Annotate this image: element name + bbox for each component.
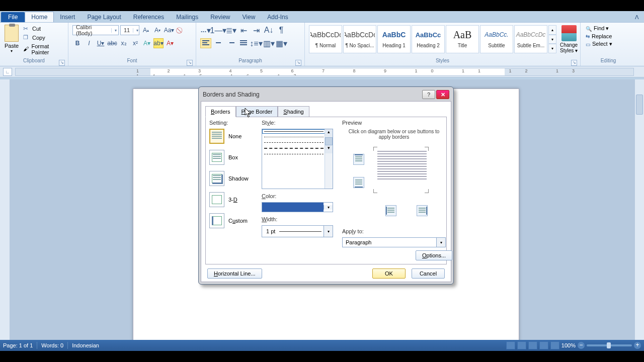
clipboard-launcher[interactable]: ↘: [59, 60, 65, 66]
font-name-combo[interactable]: Calibri (Body)▾: [72, 25, 119, 35]
status-words[interactable]: Words: 0: [41, 342, 63, 348]
copy-button[interactable]: Copy: [22, 34, 65, 42]
horizontal-line-button[interactable]: Horizontal Line...: [207, 268, 262, 279]
style-dotted[interactable]: [264, 137, 324, 137]
bold-button[interactable]: B: [72, 38, 83, 48]
multilevel-button[interactable]: ≣▾: [225, 25, 236, 35]
options-button[interactable]: Options...: [416, 250, 452, 260]
underline-button[interactable]: U▾: [96, 38, 106, 48]
style-nospacing[interactable]: AaBbCcDc¶ No Spaci...: [343, 25, 376, 53]
change-styles-button[interactable]: Change Styles ▾: [558, 24, 579, 55]
grow-font-button[interactable]: A▴: [141, 25, 151, 35]
style-heading2[interactable]: AaBbCcHeading 2: [412, 25, 445, 53]
align-right-button[interactable]: [225, 38, 236, 48]
zoom-in-button[interactable]: +: [634, 342, 641, 349]
setting-3d[interactable]: 3-D: [209, 192, 258, 207]
color-combo[interactable]: ▾: [262, 202, 333, 212]
style-title[interactable]: AaBTitle: [446, 25, 479, 53]
width-combo[interactable]: 1 pt ▾: [262, 225, 333, 237]
styles-launcher[interactable]: ↘: [571, 60, 577, 66]
border-left-button[interactable]: [385, 205, 396, 216]
justify-button[interactable]: [238, 38, 249, 48]
italic-button[interactable]: I: [84, 38, 94, 48]
border-right-button[interactable]: [417, 205, 428, 216]
font-launcher[interactable]: ↘: [187, 60, 193, 66]
paragraph-launcher[interactable]: ↘: [295, 60, 301, 66]
highlight-button[interactable]: ab▾: [153, 38, 164, 48]
setting-custom[interactable]: Custom: [209, 213, 258, 228]
increase-indent-button[interactable]: ⇥: [251, 25, 262, 35]
font-size-combo[interactable]: 11▾: [120, 25, 139, 35]
preview-diagram[interactable]: [353, 145, 439, 200]
dialog-help-button[interactable]: ?: [422, 90, 435, 99]
setting-shadow[interactable]: Shadow: [209, 171, 258, 186]
shading-button[interactable]: ▥▾: [263, 38, 274, 48]
style-subtle-em[interactable]: AaBbCcDcSubtle Em...: [514, 25, 547, 53]
status-language[interactable]: Indonesian: [72, 342, 99, 348]
change-case-button[interactable]: Aa▾: [164, 25, 174, 35]
tab-selector[interactable]: ∟: [3, 68, 12, 76]
status-page[interactable]: Page: 1 of 1: [3, 342, 33, 348]
format-painter-button[interactable]: Format Painter: [22, 43, 65, 56]
line-spacing-button[interactable]: ↕≡▾: [251, 38, 262, 48]
subscript-button[interactable]: x₂: [119, 38, 129, 48]
dialog-tab-shading[interactable]: Shading: [278, 106, 309, 117]
view-outline[interactable]: [539, 341, 548, 349]
font-color-button[interactable]: A▾: [165, 38, 175, 48]
apply-to-combo[interactable]: Paragraph ▾: [342, 237, 446, 247]
file-tab[interactable]: File: [1, 12, 25, 22]
style-subtitle[interactable]: AaBbCc.Subtitle: [480, 25, 513, 53]
tab-references[interactable]: References: [127, 12, 170, 22]
styles-scroll[interactable]: ▴▾▾: [548, 25, 556, 53]
dialog-titlebar[interactable]: Borders and Shading ? ✕: [201, 89, 451, 100]
align-left-button[interactable]: [200, 38, 211, 48]
cut-button[interactable]: Cut: [22, 25, 65, 33]
ribbon-minimize-icon[interactable]: ᐱ: [630, 13, 644, 22]
replace-button[interactable]: Replace: [586, 33, 612, 39]
dialog-tab-page-border[interactable]: Page Border: [236, 106, 278, 117]
tab-mailings[interactable]: Mailings: [170, 12, 204, 22]
tab-insert[interactable]: Insert: [54, 12, 81, 22]
view-print-layout[interactable]: [506, 341, 515, 349]
view-full-screen[interactable]: [517, 341, 526, 349]
tab-home[interactable]: Home: [25, 12, 54, 22]
setting-box[interactable]: Box: [209, 150, 258, 165]
show-marks-button[interactable]: ¶: [276, 25, 287, 35]
shrink-font-button[interactable]: A▾: [152, 25, 163, 35]
ok-button[interactable]: OK: [372, 268, 406, 279]
borders-button[interactable]: ▦▾: [276, 38, 287, 48]
vertical-scrollbar[interactable]: [635, 79, 644, 340]
view-web-layout[interactable]: [528, 341, 537, 349]
style-heading1[interactable]: AaBbCHeading 1: [377, 25, 411, 53]
numbering-button[interactable]: 1―▾: [213, 25, 224, 35]
tab-view[interactable]: View: [236, 12, 262, 22]
find-button[interactable]: Find ▾: [586, 25, 612, 32]
dialog-close-button[interactable]: ✕: [436, 90, 449, 99]
border-top-button[interactable]: [353, 154, 364, 165]
style-dash-dot[interactable]: [264, 154, 324, 154]
style-dashed-s[interactable]: [264, 142, 324, 143]
vertical-ruler[interactable]: [0, 79, 10, 340]
zoom-level[interactable]: 100%: [561, 342, 576, 348]
tab-addins[interactable]: Add-Ins: [261, 12, 294, 22]
decrease-indent-button[interactable]: ⇤: [238, 25, 249, 35]
select-button[interactable]: Select ▾: [586, 41, 612, 47]
tab-page-layout[interactable]: Page Layout: [81, 12, 127, 22]
dialog-tab-borders[interactable]: Borders: [205, 106, 236, 117]
strike-button[interactable]: abc: [107, 38, 117, 48]
style-listbox[interactable]: ▴▾: [262, 129, 333, 189]
style-normal[interactable]: AaBbCcDc¶ Normal: [309, 25, 342, 53]
align-center-button[interactable]: [213, 38, 224, 48]
cancel-button[interactable]: Cancel: [412, 268, 445, 279]
paste-button[interactable]: Paste ▾: [2, 24, 21, 54]
tab-review[interactable]: Review: [204, 12, 236, 22]
sort-button[interactable]: A↓: [263, 25, 274, 35]
style-solid[interactable]: [264, 131, 324, 132]
setting-none[interactable]: None: [209, 129, 258, 144]
zoom-slider[interactable]: [587, 344, 632, 346]
style-scrollbar[interactable]: ▴▾: [325, 129, 333, 189]
superscript-button[interactable]: x²: [130, 38, 140, 48]
view-draft[interactable]: [550, 341, 559, 349]
text-effects-button[interactable]: A▾: [142, 38, 152, 48]
clear-formatting-button[interactable]: ⃠: [176, 25, 186, 35]
